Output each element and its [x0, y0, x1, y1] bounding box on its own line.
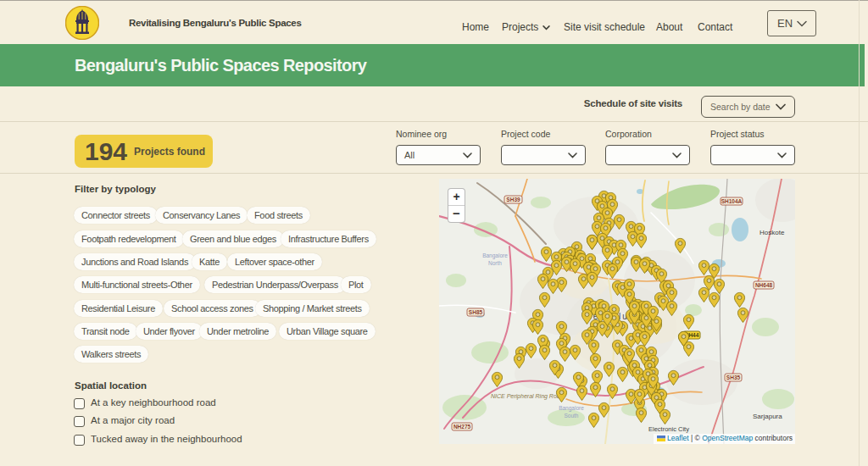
- svg-text:SH104A: SH104A: [721, 198, 743, 204]
- svg-text:North: North: [488, 260, 502, 266]
- svg-text:SH39: SH39: [506, 197, 520, 202]
- svg-text:South: South: [565, 413, 579, 419]
- svg-text:SH85: SH85: [469, 309, 483, 315]
- svg-text:SH35: SH35: [726, 374, 741, 380]
- svg-text:Electronic City: Electronic City: [648, 425, 689, 433]
- svg-text:NICE Peripheral Ring Road: NICE Peripheral Ring Road: [491, 393, 565, 400]
- svg-text:Hoskote: Hoskote: [760, 229, 785, 236]
- svg-text:Bangalore: Bangalore: [559, 405, 584, 412]
- svg-text:NH648: NH648: [755, 282, 773, 288]
- svg-text:Sarjapura: Sarjapura: [753, 413, 782, 420]
- svg-text:NH275: NH275: [453, 424, 471, 430]
- svg-text:Bangalore: Bangalore: [482, 252, 508, 259]
